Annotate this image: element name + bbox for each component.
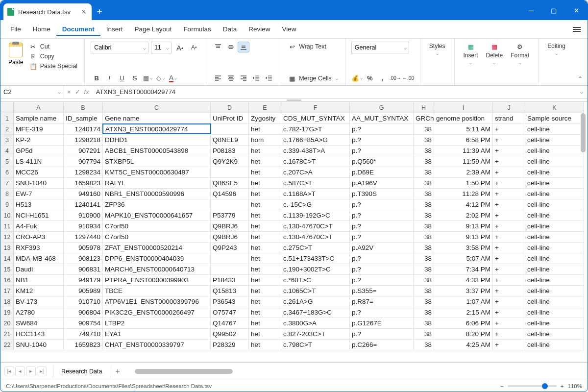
cell-C22[interactable]: CHAT_ENST00000339797 — [103, 340, 211, 350]
cell-E5[interactable]: het — [249, 156, 281, 167]
cell-I17[interactable]: 3:37 PM — [434, 286, 493, 296]
column-header-K[interactable]: K — [525, 102, 584, 113]
cell-K7[interactable]: cell-line — [525, 178, 584, 189]
cell-I5[interactable]: 11:59 AM — [434, 156, 493, 167]
cell-J21[interactable]: + — [493, 329, 525, 340]
name-box[interactable]: C2 — [0, 86, 64, 98]
cut-button[interactable]: ✂Cut — [28, 42, 78, 51]
column-header-A[interactable]: A — [14, 102, 64, 113]
font-size-select[interactable]: 11 — [151, 42, 172, 53]
cell-B17[interactable]: 905989 — [64, 286, 103, 296]
cell-B15[interactable]: 906831 — [64, 264, 103, 275]
row-header-8[interactable]: 8 — [1, 189, 14, 199]
row-header-13[interactable]: 13 — [1, 243, 14, 253]
cell-D15[interactable] — [211, 264, 249, 275]
cell-E6[interactable]: het — [249, 167, 281, 178]
select-all-corner[interactable] — [1, 102, 14, 113]
menu-page-layout[interactable]: Page Layout — [129, 23, 178, 36]
cell-C4[interactable]: ABCB1_ENST00000543898 — [103, 146, 211, 156]
cell-I15[interactable]: 7:34 PM — [434, 264, 493, 275]
cell-B9[interactable]: 1240141 — [64, 199, 103, 210]
cell-F19[interactable]: c.3467+183G>C — [281, 307, 350, 318]
menu-review[interactable]: Review — [243, 23, 276, 36]
first-sheet-button[interactable]: |◂ — [4, 367, 14, 376]
cell-D5[interactable]: Q9Y2K9 — [211, 156, 249, 167]
fill-color-button[interactable]: ◇⌵ — [154, 73, 166, 83]
cell-J20[interactable]: + — [493, 318, 525, 329]
cell-A5[interactable]: LS-411N — [14, 156, 64, 167]
increase-font-button[interactable]: A▴ — [174, 42, 186, 53]
cell-E20[interactable]: het — [249, 318, 281, 329]
cell-G3[interactable]: p.? — [350, 135, 414, 146]
cell-E11[interactable]: het — [249, 221, 281, 232]
comma-button[interactable]: , — [377, 73, 389, 83]
cell-H8[interactable]: 38 — [414, 189, 434, 199]
row-header-18[interactable]: 18 — [1, 296, 14, 307]
column-header-E[interactable]: E — [249, 102, 281, 113]
cell-A22[interactable]: SNU-1040 — [14, 340, 64, 350]
cell-C18[interactable]: ATP6V1E1_ENST00000399796 — [103, 296, 211, 307]
row-header-10[interactable]: 10 — [1, 210, 14, 221]
cell-D17[interactable]: Q15813 — [211, 286, 249, 296]
cell-K14[interactable]: cell-line — [525, 253, 584, 264]
cell-I10[interactable]: 2:02 PM — [434, 210, 493, 221]
cell-D18[interactable]: P36543 — [211, 296, 249, 307]
menu-view[interactable]: View — [276, 23, 302, 36]
column-header-H[interactable]: H — [414, 102, 434, 113]
cell-B8[interactable]: 949160 — [64, 189, 103, 199]
cell-C2[interactable]: ATXN3_ENST00000429774 — [102, 123, 211, 134]
cell-B13[interactable]: 905978 — [64, 243, 103, 253]
cell-C10[interactable]: MAPK10_ENST00000641657 — [103, 210, 211, 221]
cell-F7[interactable]: c.587C>T — [281, 178, 350, 189]
decrease-decimal-button[interactable]: ←.00 — [402, 73, 414, 83]
row-header-5[interactable]: 5 — [1, 156, 14, 167]
menu-formulas[interactable]: Formulas — [177, 23, 217, 36]
cell-A11[interactable]: A4-Fuk — [14, 221, 64, 232]
zoom-in-button[interactable]: + — [561, 383, 564, 389]
align-left-button[interactable] — [212, 73, 224, 83]
format-button[interactable]: ⚙Format⌵ — [508, 42, 532, 66]
cell-J12[interactable]: + — [493, 232, 525, 243]
menu-file[interactable]: File — [4, 23, 27, 36]
underline-button[interactable]: U — [116, 73, 128, 83]
cell-G4[interactable]: p.? — [350, 146, 414, 156]
cell-E12[interactable]: het — [249, 232, 281, 243]
cell-K12[interactable]: cell-line — [525, 232, 584, 243]
cell-F2[interactable]: c.782-17G>T — [281, 124, 350, 135]
cell-H9[interactable]: 38 — [414, 199, 434, 210]
cell-G7[interactable]: p.A196V — [350, 178, 414, 189]
cell-I18[interactable]: 1:07 AM — [434, 296, 493, 307]
cell-B21[interactable]: 749710 — [64, 329, 103, 340]
row-header-7[interactable]: 7 — [1, 178, 14, 189]
cell-C13[interactable]: ZFAT_ENST00000520214 — [103, 243, 211, 253]
cell-K18[interactable]: cell-line — [525, 296, 584, 307]
cell-H5[interactable]: 38 — [414, 156, 434, 167]
cell-K16[interactable]: cell-line — [525, 275, 584, 286]
cell-A14[interactable]: MDA-MB-468 — [14, 253, 64, 264]
cell-G18[interactable]: p.R87= — [350, 296, 414, 307]
strikethrough-button[interactable]: S — [129, 73, 141, 83]
cell-G13[interactable]: p.A92V — [350, 243, 414, 253]
column-header-G[interactable]: G — [350, 102, 414, 113]
cell-C21[interactable]: EYA1 — [103, 329, 211, 340]
cell-I14[interactable]: 5:07 AM — [434, 253, 493, 264]
cell-G11[interactable]: p.? — [350, 221, 414, 232]
cell-A3[interactable]: KP-2 — [14, 135, 64, 146]
cell-J13[interactable]: + — [493, 243, 525, 253]
cell-F11[interactable]: c.130-47670C>T — [281, 221, 350, 232]
increase-indent-button[interactable] — [263, 73, 275, 83]
horizontal-scrollbar[interactable] — [135, 368, 577, 374]
cell-I11[interactable]: 9:13 PM — [434, 221, 493, 232]
menu-toggle-icon[interactable] — [570, 23, 584, 36]
cell-E14[interactable]: het — [249, 253, 281, 264]
cell-F20[interactable]: c.3800G>A — [281, 318, 350, 329]
cell-B10[interactable]: 910900 — [64, 210, 103, 221]
accept-edit-icon[interactable]: ✓ — [75, 88, 80, 96]
cell-C3[interactable]: DDHD1 — [103, 135, 211, 146]
cell-A7[interactable]: SNU-1040 — [14, 178, 64, 189]
cell-H12[interactable]: 38 — [414, 232, 434, 243]
cell-J22[interactable]: + — [493, 340, 525, 350]
align-top-button[interactable] — [212, 42, 224, 52]
cell-J16[interactable]: + — [493, 275, 525, 286]
vertical-scrollbar[interactable] — [580, 113, 586, 357]
